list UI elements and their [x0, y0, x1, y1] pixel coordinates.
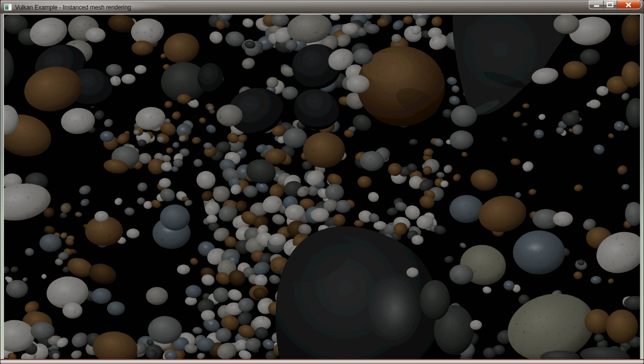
svg-text:Vulkan Example - Instanced mes: Vulkan Example - Instanced mesh renderin…: [15, 4, 131, 11]
